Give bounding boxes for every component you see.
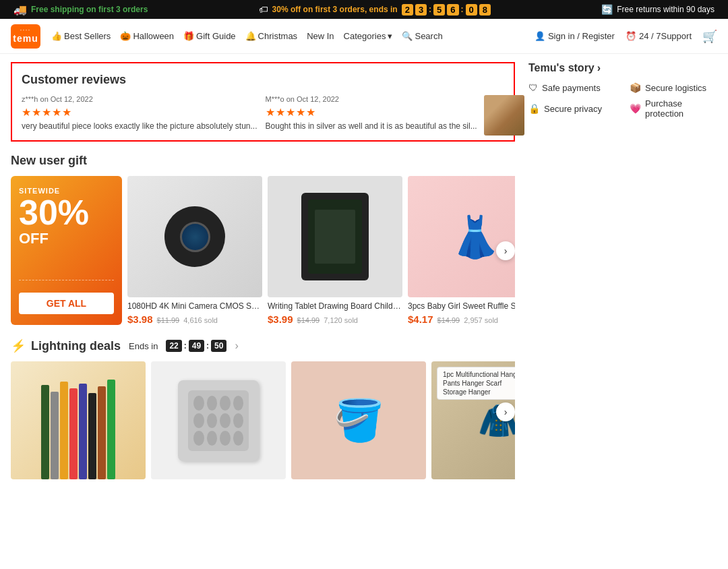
banner-returns: 🔄 Free returns within 90 days [601,4,715,15]
lightning-ends-label: Ends in [129,341,158,351]
promo-off: OFF [19,230,114,247]
product-card-tablet[interactable]: Writing Tablet Drawing Board Childre... … [268,176,402,325]
lightning-img-cleaning: 🪣 [291,361,426,479]
review-item-2: M***o on Oct 12, 2022 ★★★★★ Bought this … [266,95,524,131]
returns-icon: 🔄 [601,4,613,15]
search-icon: 🔍 [402,31,413,41]
product-pricing-baby: $4.17 $14.99 2,957 sold [408,313,515,325]
story-item-safe-payments: 🛡 Safe payments [528,82,616,93]
product-img-baby: 👗 [408,176,515,297]
temu-story-title[interactable]: Temu's story › [528,62,717,74]
temu-story: Temu's story › 🛡 Safe payments 📦 Secure … [528,62,717,119]
products-scroll: SITEWIDE 30% OFF GET ALL [11,176,515,325]
reviews-grid: z***h on Oct 12, 2022 ★★★★★ very beautif… [22,95,504,131]
review-stars-1: ★★★★★ [22,106,257,119]
signin-button[interactable]: 👤 Sign in / Register [535,31,615,41]
truck-icon: 🚚 [13,3,27,16]
product-sold-tablet: 7,120 sold [324,316,358,324]
pumpkin-icon: 🎃 [120,31,131,41]
nav-categories[interactable]: Categories ▾ [344,31,393,41]
temu-logo[interactable]: ···· temu [11,24,40,49]
nav-halloween[interactable]: 🎃 Halloween [120,31,174,41]
product-original-baby: $14.99 [437,316,460,324]
story-chevron-icon: › [597,62,601,74]
lightning-title: Lightning deals [31,339,121,353]
cart-icon: 🛒 [702,29,717,44]
lightning-products-scroll: 🪣 1pc Multifunctional Hanger Pants Hange… [11,361,515,483]
banner-shipping-text: Free shipping on first 3 orders [31,5,148,14]
lightning-img-socks [11,361,146,479]
nav-gift-guide[interactable]: 🎁 Gift Guide [183,31,236,41]
new-user-gift-header: New user gift [11,154,515,168]
lightning-deals-header: ⚡ Lightning deals Ends in 22 : 49 : 50 › [11,338,515,353]
review-author-1: z***h on Oct 12, 2022 [22,95,257,103]
gift-icon: 🎁 [183,31,194,41]
products-scroll-arrow[interactable]: › [496,241,515,260]
product-name-baby: 3pcs Baby Girl Sweet Ruffle Sweater ... [408,301,515,311]
lock-icon: 🔒 [528,103,540,114]
countdown-d1: 2 [402,4,413,16]
main-nav: ···· temu 👍 Best Sellers 🎃 Halloween 🎁 G… [0,19,728,54]
bell-icon: 🔔 [245,31,256,41]
lightning-img-drain [151,361,286,479]
product-name-camera: 1080HD 4K Mini Camera CMOS Sens... [127,301,262,311]
nav-links: 👍 Best Sellers 🎃 Halloween 🎁 Gift Guide … [51,31,443,41]
review-stars-2: ★★★★★ [266,106,477,119]
countdown-d6: 8 [479,4,491,16]
nav-right: 👤 Sign in / Register ⏰ 24 / 7Support 🛒 [535,29,717,44]
lightning-card-drain[interactable] [151,361,286,483]
clock-icon: ⏰ [626,31,636,41]
countdown-d3: 5 [433,4,445,16]
countdown-d5: 0 [466,4,477,16]
lightning-countdown: 22 : 49 : 50 [166,340,226,352]
chevron-down-icon: ▾ [388,31,392,41]
reviews-title: Customer reviews [22,73,504,87]
support-button[interactable]: ⏰ 24 / 7Support [626,31,692,41]
countdown-timer: 2 3 : 5 6 : 0 8 [402,4,491,16]
promo-card[interactable]: SITEWIDE 30% OFF GET ALL [11,176,122,325]
product-pricing-camera: $3.98 $11.99 4,616 sold [127,313,262,325]
product-pricing-tablet: $3.99 $14.99 7,120 sold [268,313,402,325]
product-original-tablet: $14.99 [297,316,320,324]
cart-button[interactable]: 🛒 [702,29,717,44]
review-thumbnail [484,95,524,136]
nav-left: ···· temu 👍 Best Sellers 🎃 Halloween 🎁 G… [11,24,443,49]
lightning-more-arrow[interactable]: › [235,340,238,352]
get-all-button[interactable]: GET ALL [19,293,114,314]
review-author-2: M***o on Oct 12, 2022 [266,95,477,103]
right-panel: Temu's story › 🛡 Safe payments 📦 Secure … [515,62,717,483]
story-item-secure-privacy: 🔒 Secure privacy [528,98,616,119]
hanger-tooltip: 1pc Multifunctional Hanger Pants Hanger … [437,367,515,400]
nav-search[interactable]: 🔍 Search [402,31,442,41]
nav-christmas[interactable]: 🔔 Christmas [245,31,298,41]
nav-new-in[interactable]: New In [307,31,334,41]
delivery-icon: 📦 [630,82,641,93]
thumb-up-icon: 👍 [51,31,62,41]
review-text-1: very beautiful piece looks exactly like … [22,121,257,131]
countdown-d4: 6 [447,4,458,16]
banner-returns-text: Free returns within 90 days [617,5,715,14]
banner-discount-text: 30% off on first 3 orders, ends in [272,5,398,14]
discount-icon: 🏷 [259,4,268,15]
shield-icon: 🛡 [528,82,538,93]
main-content: Customer reviews z***h on Oct 12, 2022 ★… [0,54,728,491]
product-price-camera: $3.98 [127,313,153,325]
top-banner: 🚚 Free shipping on first 3 orders 🏷 30% … [0,0,728,19]
product-sold-camera: 4,616 sold [183,316,218,324]
nav-bestsellers[interactable]: 👍 Best Sellers [51,31,111,41]
story-item-purchase-protection: 💗 Purchase protection [630,98,717,119]
product-price-tablet: $3.99 [268,313,293,325]
product-card-camera[interactable]: 1080HD 4K Mini Camera CMOS Sens... $3.98… [127,176,262,325]
lightning-d2: 49 [189,340,204,352]
product-price-baby: $4.17 [408,313,433,325]
banner-shipping: 🚚 Free shipping on first 3 orders [13,3,148,16]
lightning-scroll-arrow[interactable]: › [496,402,515,421]
story-item-secure-logistics: 📦 Secure logistics [630,82,717,93]
lightning-card-socks[interactable] [11,361,146,483]
lightning-card-hanger[interactable]: 1pc Multifunctional Hanger Pants Hanger … [431,361,515,483]
lightning-d1: 22 [166,340,181,352]
product-sold-baby: 2,957 sold [464,316,498,324]
customer-reviews-box: Customer reviews z***h on Oct 12, 2022 ★… [11,62,515,142]
user-icon: 👤 [535,31,545,41]
lightning-card-cleaning[interactable]: 🪣 [291,361,426,483]
